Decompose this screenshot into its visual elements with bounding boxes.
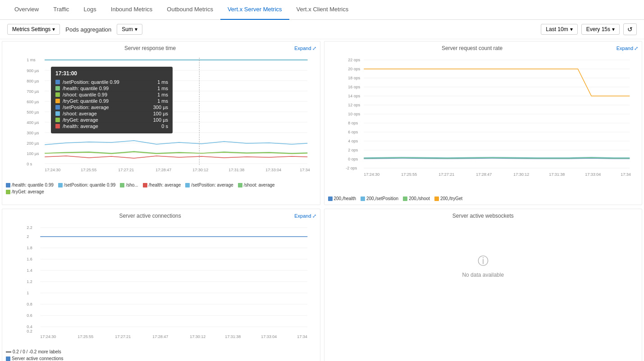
svg-text:0 ops: 0 ops bbox=[348, 157, 358, 161]
svg-text:-2 ops: -2 ops bbox=[346, 166, 357, 170]
svg-text:17:24:30: 17:24:30 bbox=[40, 334, 56, 339]
svg-text:17:27:21: 17:27:21 bbox=[115, 334, 131, 339]
svg-text:2.2: 2.2 bbox=[27, 225, 32, 230]
refresh-button[interactable]: ↺ bbox=[623, 23, 637, 35]
metrics-settings-button[interactable]: Metrics Settings ▾ bbox=[7, 24, 60, 35]
svg-text:0.8: 0.8 bbox=[27, 302, 32, 306]
tooltip-row-2: /health: quantile 0.99 1 ms bbox=[55, 86, 168, 91]
expand-response-time-button[interactable]: Expand ⤢ bbox=[294, 46, 316, 51]
request-count-chart: 22 ops 20 ops 18 ops 16 ops 14 ops 12 op… bbox=[328, 53, 639, 193]
svg-text:900 µs: 900 µs bbox=[27, 69, 39, 73]
svg-text:10 ops: 10 ops bbox=[348, 112, 361, 116]
active-connections-chart: 2.2 2 1.8 1.6 1.4 1.2 1 0.8 0.6 0.4 bbox=[6, 221, 316, 347]
svg-text:17:28:47: 17:28:47 bbox=[476, 172, 492, 177]
server-active-connections-panel: Server active connections Expand ⤢ 2.2 2… bbox=[2, 209, 320, 361]
svg-text:17:31:38: 17:31:38 bbox=[228, 168, 244, 172]
expand-icon: ⤢ bbox=[312, 213, 316, 219]
svg-text:17:33:04: 17:33:04 bbox=[261, 334, 277, 339]
svg-text:1 ms: 1 ms bbox=[27, 58, 36, 62]
charts-container: Server response time Expand ⤢ 1 ms 900 µ… bbox=[0, 39, 644, 361]
sum-dropdown[interactable]: Sum ▾ bbox=[117, 24, 142, 35]
toolbar: Metrics Settings ▾ Pods aggregation Sum … bbox=[0, 20, 644, 39]
no-data-label: No data available bbox=[462, 272, 504, 278]
info-icon: ⓘ bbox=[478, 254, 489, 268]
nav-logs[interactable]: Logs bbox=[77, 0, 104, 20]
chevron-down-icon: ▾ bbox=[612, 26, 615, 32]
svg-text:1.2: 1.2 bbox=[27, 279, 32, 284]
svg-text:17:28:47: 17:28:47 bbox=[155, 168, 171, 172]
chart-tooltip: 17:31:00 /setPosition: quantile 0.99 1 m… bbox=[51, 67, 173, 133]
svg-text:1: 1 bbox=[27, 291, 29, 295]
svg-text:600 µs: 600 µs bbox=[27, 100, 39, 104]
nav-inbound-metrics[interactable]: Inbound Metrics bbox=[104, 0, 160, 20]
svg-text:800 µs: 800 µs bbox=[27, 79, 39, 83]
pods-aggregation-label: Pods aggregation bbox=[65, 26, 111, 33]
nav-overview[interactable]: Overview bbox=[7, 0, 46, 20]
svg-text:0.6: 0.6 bbox=[27, 313, 32, 318]
tooltip-color-2 bbox=[55, 86, 60, 91]
svg-text:2: 2 bbox=[27, 234, 29, 239]
refresh-icon: ↺ bbox=[627, 26, 633, 33]
no-data-panel: ⓘ No data available bbox=[328, 221, 639, 311]
svg-text:700 µs: 700 µs bbox=[27, 89, 39, 94]
response-time-legend: /health: quantile 0.99 /setPosition: qua… bbox=[6, 183, 316, 194]
expand-icon: ⤢ bbox=[634, 46, 638, 51]
tooltip-color-3 bbox=[55, 92, 60, 97]
svg-text:300 µs: 300 µs bbox=[27, 131, 39, 135]
svg-text:18 ops: 18 ops bbox=[348, 76, 361, 80]
svg-text:4 ops: 4 ops bbox=[348, 139, 358, 143]
svg-text:0.4: 0.4 bbox=[27, 324, 32, 329]
expand-icon: ⤢ bbox=[312, 46, 316, 51]
tooltip-row-7: /tryGet: average 100 µs bbox=[55, 117, 168, 123]
svg-text:200 µs: 200 µs bbox=[27, 141, 39, 146]
server-request-count-panel: Server request count rate Expand ⤢ 22 op… bbox=[324, 41, 643, 205]
request-count-legend: 200,/health 200,/setPosition 200,/shoot … bbox=[328, 196, 639, 201]
tooltip-row-6: /shoot: average 100 µs bbox=[55, 111, 168, 116]
svg-text:17:24:30: 17:24:30 bbox=[364, 172, 379, 177]
chevron-down-icon: ▾ bbox=[570, 26, 573, 32]
tooltip-color-1 bbox=[55, 80, 60, 84]
svg-text:17:25:55: 17:25:55 bbox=[78, 334, 93, 339]
svg-text:22 ops: 22 ops bbox=[348, 58, 361, 62]
tooltip-color-4 bbox=[55, 99, 60, 103]
last-10m-dropdown[interactable]: Last 10m ▾ bbox=[541, 24, 577, 35]
server-response-time-panel: Server response time Expand ⤢ 1 ms 900 µ… bbox=[2, 41, 320, 205]
svg-text:17:33:04: 17:33:04 bbox=[585, 172, 601, 177]
tooltip-row-3: /shoot: quantile 0.99 1 ms bbox=[55, 92, 168, 97]
svg-text:17:27:21: 17:27:21 bbox=[118, 168, 134, 172]
svg-text:17:24:30: 17:24:30 bbox=[45, 168, 60, 172]
svg-text:20 ops: 20 ops bbox=[348, 67, 361, 71]
tooltip-time: 17:31:00 bbox=[55, 70, 168, 77]
svg-text:16 ops: 16 ops bbox=[348, 85, 361, 89]
svg-text:0.2: 0.2 bbox=[27, 329, 32, 334]
expand-request-count-button[interactable]: Expand ⤢ bbox=[617, 46, 638, 51]
nav-outbound-metrics[interactable]: Outbound Metrics bbox=[160, 0, 220, 20]
nav-traffic[interactable]: Traffic bbox=[46, 0, 76, 20]
svg-text:2 ops: 2 ops bbox=[348, 148, 358, 152]
nav-vertx-client-metrics[interactable]: Vert.x Client Metrics bbox=[289, 0, 356, 20]
svg-text:17:30:12: 17:30:12 bbox=[192, 168, 208, 172]
tooltip-color-8 bbox=[55, 124, 60, 128]
svg-text:6 ops: 6 ops bbox=[348, 130, 358, 134]
tooltip-color-6 bbox=[55, 111, 60, 116]
nav-vertx-server-metrics[interactable]: Vert.x Server Metrics bbox=[220, 0, 289, 20]
active-connections-ylegend: 0.2 / 0 / -0.2 more labels bbox=[6, 349, 316, 354]
svg-text:0 s: 0 s bbox=[27, 162, 32, 166]
server-active-websockets-panel: Server active websockets ⓘ No data avail… bbox=[324, 209, 643, 361]
svg-text:17:30:12: 17:30:12 bbox=[513, 172, 529, 177]
svg-text:14 ops: 14 ops bbox=[348, 94, 361, 98]
tooltip-row-5: /setPosition: average 300 µs bbox=[55, 105, 168, 110]
tooltip-row-4: /tryGet: quantile 0.99 1 ms bbox=[55, 98, 168, 104]
expand-active-connections-button[interactable]: Expand ⤢ bbox=[294, 213, 316, 219]
chevron-down-icon: ▾ bbox=[52, 26, 55, 32]
chevron-down-icon: ▾ bbox=[135, 26, 137, 32]
svg-text:8 ops: 8 ops bbox=[348, 121, 358, 125]
active-connections-legend: Server active connections bbox=[6, 356, 316, 361]
svg-text:17:33:04: 17:33:04 bbox=[265, 168, 281, 172]
every-15s-dropdown[interactable]: Every 15s ▾ bbox=[581, 24, 620, 35]
svg-text:1.6: 1.6 bbox=[27, 257, 32, 261]
top-nav: Overview Traffic Logs Inbound Metrics Ou… bbox=[0, 0, 644, 20]
svg-text:17:28:47: 17:28:47 bbox=[152, 334, 168, 339]
svg-text:17:34: 17:34 bbox=[621, 172, 631, 177]
svg-text:17:30:12: 17:30:12 bbox=[190, 334, 206, 339]
